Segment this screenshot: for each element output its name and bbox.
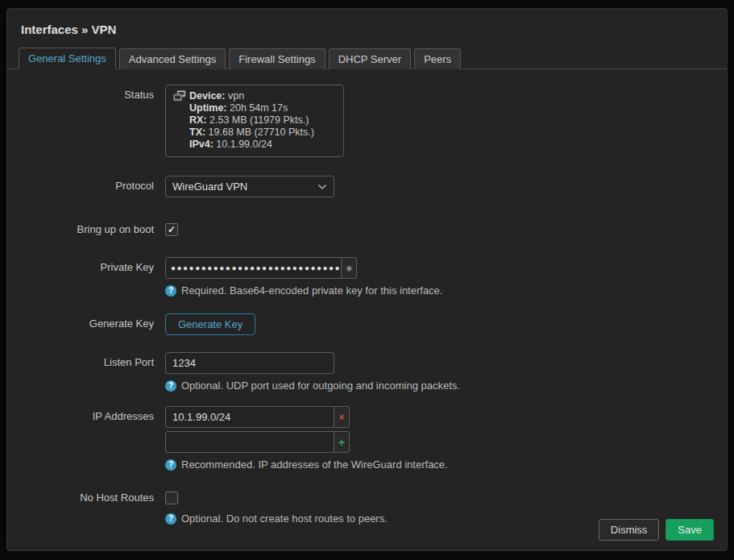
tab-advanced-settings[interactable]: Advanced Settings [119,48,226,69]
status-rx-value: 2.53 MB (11979 Pkts.) [207,114,309,126]
listen-port-input[interactable] [165,352,334,374]
status-device-value: vpn [225,90,244,102]
no-host-routes-label: No Host Routes [7,487,165,504]
bring-up-on-boot-row: Bring up on boot [7,219,727,236]
private-key-label: Private Key [7,257,165,273]
tab-firewall-settings[interactable]: Firewall Settings [229,48,325,69]
status-uptime-line: Uptime: 20h 54m 17s [173,102,336,114]
tab-dhcp-server[interactable]: DHCP Server [329,48,412,69]
protocol-label: Protocol [7,176,165,192]
chevron-down-icon [317,184,327,190]
ip-addresses-help-text: Recommended. IP addresses of the WireGua… [181,458,448,471]
generate-key-label: Generate Key [7,313,165,330]
help-icon: ? [165,513,176,525]
reveal-password-button[interactable]: ∗ [342,257,357,279]
ip-addresses-row: IP Addresses × + ? Recommended. IP addre… [7,406,727,471]
status-tx-value: 19.68 MB (27710 Pkts.) [205,127,314,138]
status-rx-key: RX: [189,114,207,126]
status-uptime-key: Uptime: [189,102,227,114]
status-ipv4-value: 10.1.99.0/24 [214,139,272,150]
protocol-selected-value: WireGuard VPN [172,180,247,193]
page-title: Interfaces » VPN [7,9,727,47]
protocol-select[interactable]: WireGuard VPN [165,176,334,197]
no-host-routes-help-text: Optional. Do not create host routes to p… [181,512,388,525]
tunnel-device-icon [173,90,186,102]
general-settings-form: Status Device: vpn Uptime: 20h 54m 17s [7,69,727,525]
ip-addresses-label: IP Addresses [7,406,165,422]
listen-port-help-text: Optional. UDP port used for outgoing and… [181,380,460,392]
remove-ip-button[interactable]: × [334,406,350,428]
modal-footer: Dismiss Save [599,519,714,541]
ip-addresses-help: ? Recommended. IP addresses of the WireG… [165,458,727,471]
save-button[interactable]: Save [666,519,714,541]
listen-port-row: Listen Port ? Optional. UDP port used fo… [7,352,727,392]
tab-general-settings[interactable]: General Settings [19,48,116,69]
status-row: Status Device: vpn Uptime: 20h 54m 17s [7,85,727,157]
status-ipv4-line: IPv4: 10.1.99.0/24 [173,139,336,151]
tab-peers[interactable]: Peers [414,48,461,69]
private-key-input[interactable]: ●●●●●●●●●●●●●●●●●●●●●●●●●●●●●● [165,257,342,279]
interface-config-modal: Interfaces » VPN General Settings Advanc… [6,8,728,551]
status-tx-line: TX: 19.68 MB (27710 Pkts.) [173,127,336,139]
tab-bar: General Settings Advanced Settings Firew… [7,47,727,69]
generate-key-row: Generate Key Generate Key [7,313,727,335]
ip-address-input[interactable] [165,406,334,428]
private-key-help: ? Required. Base64-encoded private key f… [165,284,727,297]
help-icon: ? [165,285,176,297]
status-tx-key: TX: [189,127,205,138]
bring-up-on-boot-checkbox[interactable] [165,223,178,236]
listen-port-help: ? Optional. UDP port used for outgoing a… [165,380,727,392]
status-rx-line: RX: 2.53 MB (11979 Pkts.) [173,114,336,127]
status-box: Device: vpn Uptime: 20h 54m 17s RX: 2.53… [165,85,344,157]
status-uptime-value: 20h 54m 17s [227,102,288,114]
private-key-row: Private Key ●●●●●●●●●●●●●●●●●●●●●●●●●●●●… [7,257,727,297]
status-ipv4-key: IPv4: [189,139,214,150]
status-device-line: Device: vpn [173,90,336,102]
add-ip-button[interactable]: + [334,431,350,453]
generate-key-button[interactable]: Generate Key [165,313,255,335]
help-icon: ? [165,380,176,392]
bring-up-on-boot-label: Bring up on boot [7,219,165,235]
no-host-routes-checkbox[interactable] [165,492,178,504]
dismiss-button[interactable]: Dismiss [599,519,660,541]
listen-port-label: Listen Port [7,352,165,368]
status-label: Status [7,85,165,101]
ip-address-input-new[interactable] [165,431,334,453]
status-device-key: Device: [189,90,225,102]
private-key-help-text: Required. Base64-encoded private key for… [181,284,442,297]
protocol-row: Protocol WireGuard VPN [7,176,727,197]
help-icon: ? [165,459,176,471]
